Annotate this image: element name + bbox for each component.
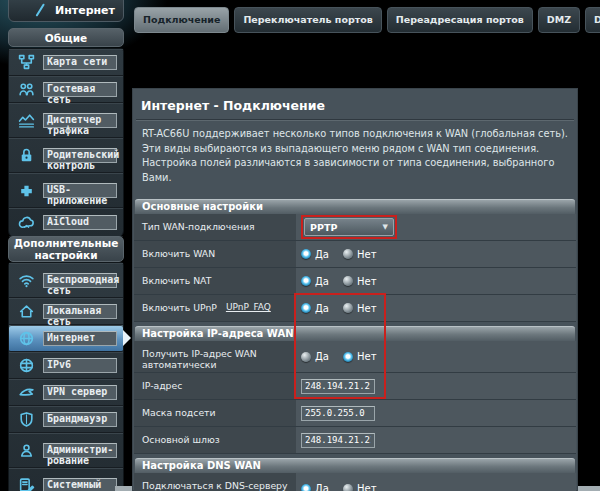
radio-yes[interactable]: Да (301, 303, 329, 314)
enable-upnp-radio-group: Да Нет (301, 303, 376, 314)
sidebar-item-label: Брандмауэр (43, 412, 117, 427)
sidebar-item-vpn-server[interactable]: VPN сервер (9, 379, 123, 406)
radio-yes[interactable]: Да (301, 249, 329, 260)
upnp-faq-link[interactable]: UPnP_FAQ (226, 302, 271, 313)
radio-yes[interactable]: Да (301, 276, 329, 287)
quick-nav-box[interactable]: Интернет (8, 0, 124, 22)
main-content-panel: Интернет - Подключение RT-AC66U поддержи… (132, 88, 578, 491)
row-auto-ip: Получить IP-адрес WAN автоматически Да Н… (134, 341, 576, 373)
row-ip-address: IP-адрес (134, 373, 576, 400)
sidebar-item-parental-control[interactable]: Родительский контроль (9, 138, 123, 173)
sidebar-item-network-map[interactable]: Карта сети (9, 49, 123, 76)
row-auto-dns: Подключаться к DNS-серверу автоматически… (134, 473, 576, 491)
tab-dmz[interactable]: DMZ (538, 7, 580, 33)
home-icon (16, 303, 36, 320)
radio-no[interactable]: Нет (343, 303, 377, 314)
sidebar-item-label: Системный журнал (43, 478, 117, 491)
row-label: Основной шлюз (142, 434, 220, 445)
sidebar-item-label: Беспроводная сеть (43, 273, 117, 288)
guest-network-icon (16, 81, 36, 98)
sidebar-item-label: Карта сети (43, 55, 117, 70)
auto-ip-radio-group: Да Нет (301, 351, 376, 362)
sidebar-item-label: IPv6 (43, 358, 117, 373)
tab-port-forwarding[interactable]: Переадресация портов (387, 7, 533, 33)
chevron-down-icon: ▼ (383, 223, 388, 231)
row-subnet-mask: Маска подсети (134, 400, 576, 427)
subnet-mask-input[interactable] (301, 406, 375, 421)
row-label: Включить UPnP (142, 302, 217, 313)
sidebar-item-aicloud[interactable]: AiCloud (9, 208, 123, 237)
sidebar-item-label: Интернет (43, 331, 117, 346)
row-enable-upnp: Включить UPnP UPnP_FAQ Да Нет (134, 295, 576, 322)
radio-no[interactable]: Нет (343, 483, 377, 491)
usb-app-icon (16, 182, 36, 199)
radio-no[interactable]: Нет (343, 249, 377, 260)
row-label: Маска подсети (142, 407, 216, 418)
router-admin-page: Интернет Подключение Переключатель порто… (0, 0, 600, 491)
sidebar-item-label: Родительский контроль (43, 148, 117, 163)
section-header-wan-dns: Настройка DNS WAN (135, 458, 575, 473)
sidebar-item-firewall[interactable]: Брандмауэр (9, 406, 123, 433)
enable-wan-radio-group: Да Нет (301, 249, 376, 260)
sidebar-item-label: Администри-рование (43, 443, 117, 458)
sidebar-nav-general: Карта сети Гостевая сеть Диспетчер трафи… (8, 48, 124, 238)
wireless-icon (16, 272, 36, 289)
row-label: Подключаться к DNS-серверу автоматически (142, 480, 292, 491)
page-description: RT-AC66U поддерживает несколько типов по… (134, 121, 576, 187)
sidebar-item-label: Диспетчер трафика (43, 113, 117, 128)
radio-yes[interactable]: Да (301, 351, 329, 362)
row-label: Тип WAN-подключения (142, 221, 255, 232)
sidebar-item-internet[interactable]: Интернет (9, 325, 123, 352)
sidebar-item-label: USB-приложение (43, 183, 117, 198)
wan-tab-bar: Подключение Переключатель портов Переадр… (134, 7, 600, 33)
sidebar-item-wireless[interactable]: Беспроводная сеть (9, 263, 123, 298)
parental-control-icon (16, 147, 36, 164)
section-header-wan-ip: Настройка IP-адреса WAN (135, 326, 575, 341)
radio-yes[interactable]: Да (301, 483, 329, 491)
sidebar-item-system-log[interactable]: Системный журнал (9, 468, 123, 491)
row-label: Включить WAN (142, 248, 215, 259)
tab-ddns[interactable]: DDNS (585, 7, 600, 33)
sidebar-item-usb-application[interactable]: USB-приложение (9, 173, 123, 208)
sidebar-item-administration[interactable]: Администри-рование (9, 433, 123, 468)
ip-address-input[interactable] (301, 379, 375, 394)
sidebar-item-ipv6[interactable]: IPv6 (9, 352, 123, 379)
lightning-icon (33, 3, 47, 17)
sidebar-item-label: Локальная сеть (43, 304, 117, 319)
row-enable-nat: Включить NAT Да Нет (134, 268, 576, 295)
ipv6-globe-icon (16, 357, 36, 374)
tab-connection[interactable]: Подключение (134, 7, 229, 33)
page-title: Интернет - Подключение (134, 96, 576, 119)
auto-dns-radio-group: Да Нет (301, 483, 376, 491)
radio-no[interactable]: Нет (343, 351, 377, 362)
vpn-icon (16, 384, 36, 401)
sidebar-item-guest-network[interactable]: Гостевая сеть (9, 76, 123, 103)
sidebar-item-label: Гостевая сеть (43, 82, 117, 97)
enable-nat-radio-group: Да Нет (301, 276, 376, 287)
sidebar-header-general: Общие (8, 28, 124, 47)
shield-icon (16, 411, 36, 428)
wan-type-select[interactable]: PPTP ▼ (304, 218, 394, 236)
traffic-manager-icon (16, 112, 36, 129)
row-default-gateway: Основной шлюз (134, 427, 576, 454)
network-map-icon (16, 54, 36, 71)
tab-port-trigger[interactable]: Переключатель портов (234, 7, 381, 33)
sidebar-item-label: VPN сервер (43, 385, 117, 400)
row-label: Включить NAT (142, 275, 211, 286)
aicloud-icon (16, 214, 36, 231)
sidebar-item-traffic-manager[interactable]: Диспетчер трафика (9, 103, 123, 138)
globe-icon (16, 330, 36, 347)
row-label: IP-адрес (142, 380, 182, 391)
sidebar-nav-advanced: Беспроводная сеть Локальная сеть Интерне… (8, 262, 124, 491)
wan-type-value: PPTP (310, 222, 337, 233)
sidebar-item-lan[interactable]: Локальная сеть (9, 298, 123, 325)
section-header-basic: Основные настройки (135, 199, 575, 214)
person-icon (16, 442, 36, 459)
radio-no[interactable]: Нет (343, 276, 377, 287)
sidebar-header-advanced: Дополнительные настройки (8, 236, 124, 262)
default-gateway-input[interactable] (301, 433, 375, 448)
quick-nav-label: Интернет (55, 4, 115, 17)
row-enable-wan: Включить WAN Да Нет (134, 241, 576, 268)
row-label: Получить IP-адрес WAN автоматически (142, 348, 292, 370)
log-pencil-icon (16, 477, 36, 491)
